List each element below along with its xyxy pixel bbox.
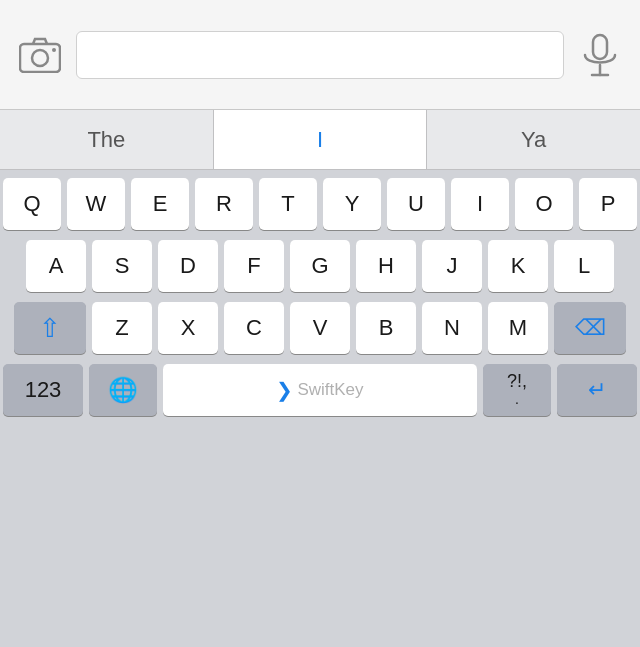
key-f[interactable]: F [224,240,284,292]
shift-icon: ⇧ [39,313,61,344]
key-t[interactable]: T [259,178,317,230]
top-bar [0,0,640,110]
key-d[interactable]: D [158,240,218,292]
key-h[interactable]: H [356,240,416,292]
key-row-3: ⇧ Z X C V B N M ⌫ [3,302,637,354]
autocomplete-right[interactable]: Ya [427,110,640,169]
mic-icon [579,33,621,77]
globe-key[interactable]: 🌐 [89,364,157,416]
key-j[interactable]: J [422,240,482,292]
backspace-key[interactable]: ⌫ [554,302,626,354]
numbers-key[interactable]: 123 [3,364,83,416]
autocomplete-row: The I Ya [0,110,640,170]
swiftkey-label: SwiftKey [297,380,363,400]
swiftkey-symbol: ❯ [276,378,293,402]
key-k[interactable]: K [488,240,548,292]
special-key[interactable]: ?!, . [483,364,551,416]
key-c[interactable]: C [224,302,284,354]
key-r[interactable]: R [195,178,253,230]
key-n[interactable]: N [422,302,482,354]
globe-icon: 🌐 [108,376,138,404]
key-row-4: 123 🌐 ❯ SwiftKey ?!, . ↵ [3,364,637,416]
key-q[interactable]: Q [3,178,61,230]
key-g[interactable]: G [290,240,350,292]
svg-point-1 [32,50,48,66]
svg-point-2 [52,48,56,52]
key-i[interactable]: I [451,178,509,230]
keyboard: Q W E R T Y U I O P A S D F G H J K L ⇧ … [0,170,640,647]
key-e[interactable]: E [131,178,189,230]
key-v[interactable]: V [290,302,350,354]
key-m[interactable]: M [488,302,548,354]
autocomplete-left[interactable]: The [0,110,214,169]
key-s[interactable]: S [92,240,152,292]
key-w[interactable]: W [67,178,125,230]
key-x[interactable]: X [158,302,218,354]
key-p[interactable]: P [579,178,637,230]
svg-rect-3 [593,35,607,59]
mic-button[interactable] [574,29,626,81]
key-u[interactable]: U [387,178,445,230]
key-z[interactable]: Z [92,302,152,354]
backspace-icon: ⌫ [575,315,606,341]
key-a[interactable]: A [26,240,86,292]
key-b[interactable]: B [356,302,416,354]
autocomplete-center[interactable]: I [214,110,428,169]
key-l[interactable]: L [554,240,614,292]
camera-button[interactable] [14,29,66,81]
return-key[interactable]: ↵ [557,364,637,416]
shift-key[interactable]: ⇧ [14,302,86,354]
space-key[interactable]: ❯ SwiftKey [163,364,477,416]
key-y[interactable]: Y [323,178,381,230]
return-icon: ↵ [588,377,606,403]
search-input[interactable] [76,31,564,79]
camera-icon [19,37,61,73]
key-row-2: A S D F G H J K L [3,240,637,292]
key-o[interactable]: O [515,178,573,230]
key-row-1: Q W E R T Y U I O P [3,178,637,230]
